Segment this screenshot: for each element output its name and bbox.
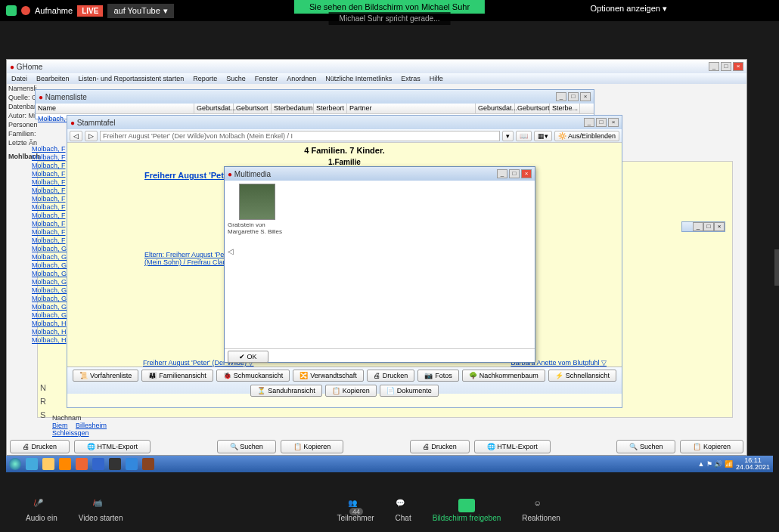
list-item[interactable]: Molbach, F xyxy=(32,170,70,178)
mm-nav-icon[interactable]: ◁ xyxy=(228,247,287,255)
list-item[interactable]: Molbach, F xyxy=(32,162,70,170)
list-item[interactable]: Molbach, G xyxy=(32,311,70,320)
link-biem[interactable]: Biem xyxy=(52,422,68,429)
menu-bearbeiten[interactable]: Bearbeiten xyxy=(36,75,70,82)
mm-thumbnail[interactable]: Grabstein von Margarethe S. Billes ◁ xyxy=(228,184,287,345)
resize-handle[interactable] xyxy=(774,249,779,286)
list-item[interactable]: Molbach, F xyxy=(32,237,70,245)
participants-button[interactable]: 👥44 Teilnehmer xyxy=(327,496,385,525)
close-button[interactable]: × xyxy=(733,62,743,71)
mm-max[interactable]: □ xyxy=(509,169,520,178)
app-icon-1[interactable] xyxy=(109,458,121,470)
mini-min[interactable]: _ xyxy=(693,222,703,231)
video-button[interactable]: 📹/ Video starten xyxy=(68,496,134,525)
list-item[interactable]: Molbach, F xyxy=(32,212,70,220)
reactions-button[interactable]: ☺ Reaktionen xyxy=(511,496,571,525)
minimize-button[interactable]: _ xyxy=(709,62,719,71)
list-item[interactable]: Molbach, F xyxy=(32,203,70,212)
youtube-dropdown[interactable]: auf YouTube▾ xyxy=(107,4,173,18)
list-item[interactable]: Molbach, G xyxy=(32,270,70,278)
firefox-icon[interactable] xyxy=(76,458,88,470)
menu-extras[interactable]: Extras xyxy=(401,75,421,82)
mini-close[interactable]: × xyxy=(714,222,725,231)
tray-icons[interactable]: ▲ ⚑ 🔊 📶 xyxy=(698,460,733,468)
drucken-button[interactable]: 🖨 Drucken xyxy=(10,440,70,453)
mm-ok-button[interactable]: ✔ OK xyxy=(228,351,268,363)
suchen-button-2[interactable]: 🔍 Suchen xyxy=(616,440,675,453)
fotos-button[interactable]: 📷 Fotos xyxy=(417,370,459,382)
mm-min[interactable]: _ xyxy=(497,169,507,178)
app-icon-3[interactable] xyxy=(142,458,154,470)
app-icon-2[interactable] xyxy=(126,458,138,470)
shield-icon[interactable] xyxy=(6,5,17,16)
drucken-button-st[interactable]: 🖨 Drucken xyxy=(367,370,415,382)
nav-dropdown[interactable]: ▾ xyxy=(502,131,514,141)
menu-anordnen[interactable]: Anordnen xyxy=(287,75,316,82)
nav-person-field[interactable]: Freiherr August 'Peter' (Der Wilde)von M… xyxy=(100,131,500,141)
share-screen-button[interactable]: Bildschirm freigeben xyxy=(422,496,512,525)
list-item[interactable]: Molbach, G xyxy=(32,245,70,253)
list-item[interactable]: Molbach, F xyxy=(32,145,70,153)
suchen-button[interactable]: 🔍 Suchen xyxy=(217,440,276,453)
schmuck-button[interactable]: 🐞 Schmuckansicht xyxy=(216,370,290,382)
windows-taskbar[interactable]: ▲ ⚑ 🔊 📶 16:11 24.04.2021 xyxy=(6,456,773,472)
sanduhr-button[interactable]: ⏳ Sanduhransicht xyxy=(250,385,322,397)
alpha-r[interactable]: R xyxy=(40,394,46,408)
book-button[interactable]: 📖 xyxy=(516,131,532,141)
vorfahren-button[interactable]: 📜 Vorfahrenliste xyxy=(73,370,138,382)
familien-button[interactable]: 👨‍👩‍👧 Familienansicht xyxy=(141,370,213,382)
link-billesheim[interactable]: Billesheim xyxy=(76,422,107,429)
menu-hilfe[interactable]: Hilfe xyxy=(430,75,443,82)
list-item[interactable]: Molbach, G xyxy=(32,278,70,286)
start-button[interactable] xyxy=(9,458,21,470)
media-icon[interactable] xyxy=(59,458,71,470)
list-item[interactable]: Molbach, F xyxy=(32,178,70,187)
st-max[interactable]: □ xyxy=(596,118,607,127)
st-min[interactable]: _ xyxy=(584,118,594,127)
kopieren-button[interactable]: 📋 Kopieren xyxy=(281,440,344,453)
mini-max[interactable]: □ xyxy=(703,222,714,231)
list-item[interactable]: Molbach, F xyxy=(32,153,70,162)
menu-datei[interactable]: Datei xyxy=(11,75,27,82)
ie-icon[interactable] xyxy=(26,458,38,470)
nav-back-button[interactable]: ◁ xyxy=(70,131,82,141)
chat-button[interactable]: 💬 Chat xyxy=(385,496,422,525)
audio-button[interactable]: 🎤/ Audio ein xyxy=(15,496,68,525)
list-item[interactable]: Molbach, H xyxy=(32,320,70,328)
list-item[interactable]: Molbach, F xyxy=(32,195,70,203)
menu-suche[interactable]: Suche xyxy=(226,75,246,82)
alpha-n[interactable]: N xyxy=(40,381,46,394)
list-item[interactable]: Molbach, H xyxy=(32,328,70,336)
list-item[interactable]: Molbach, G xyxy=(32,261,70,270)
save-icon[interactable] xyxy=(92,458,104,470)
nachkommen-button[interactable]: 🌳 Nachkommenbaum xyxy=(462,370,545,382)
menu-reporte[interactable]: Reporte xyxy=(193,75,217,82)
alpha-s[interactable]: S xyxy=(40,408,46,422)
schnell-button[interactable]: ⚡ Schnellansicht xyxy=(548,370,616,382)
dokumente-button[interactable]: 📄 Dokumente xyxy=(380,385,439,397)
kopieren-button-2[interactable]: 📋 Kopieren xyxy=(680,440,743,453)
verwandt-button[interactable]: 🔀 Verwandtschaft xyxy=(293,370,364,382)
list-item[interactable]: Molbach, G xyxy=(32,286,70,295)
html-export-button[interactable]: 🌐 HTML-Export xyxy=(74,440,151,453)
grid-dropdown[interactable]: ▦▾ xyxy=(534,131,552,141)
list-item[interactable]: Molbach, F xyxy=(32,220,70,228)
ausein-button[interactable]: 🔆 Aus/Einblenden xyxy=(554,131,619,141)
nl-max[interactable]: □ xyxy=(568,92,579,101)
list-item[interactable]: Molbach, G xyxy=(32,295,70,303)
list-item[interactable]: Molbach, F xyxy=(32,187,70,195)
html-export-button-2[interactable]: 🌐 HTML-Export xyxy=(474,440,551,453)
mm-close[interactable]: × xyxy=(521,169,532,178)
maximize-button[interactable]: □ xyxy=(721,62,731,71)
options-dropdown[interactable]: Optionen anzeigen ▾ xyxy=(585,2,673,16)
nl-close[interactable]: × xyxy=(580,92,591,101)
list-item[interactable]: Molbach, F xyxy=(32,228,70,237)
menu-links[interactable]: Nützliche Internetlinks xyxy=(325,75,392,82)
list-item[interactable]: Molbach, H xyxy=(32,336,70,345)
list-item[interactable]: Molbach, G xyxy=(32,253,70,261)
nav-fwd-button[interactable]: ▷ xyxy=(85,131,98,141)
list-item[interactable]: Molbach, G xyxy=(32,303,70,311)
nl-min[interactable]: _ xyxy=(556,92,566,101)
link-schleissgen[interactable]: Schleissgen xyxy=(52,429,89,437)
menu-listen[interactable]: Listen- und Reportassistent starten xyxy=(79,75,185,82)
